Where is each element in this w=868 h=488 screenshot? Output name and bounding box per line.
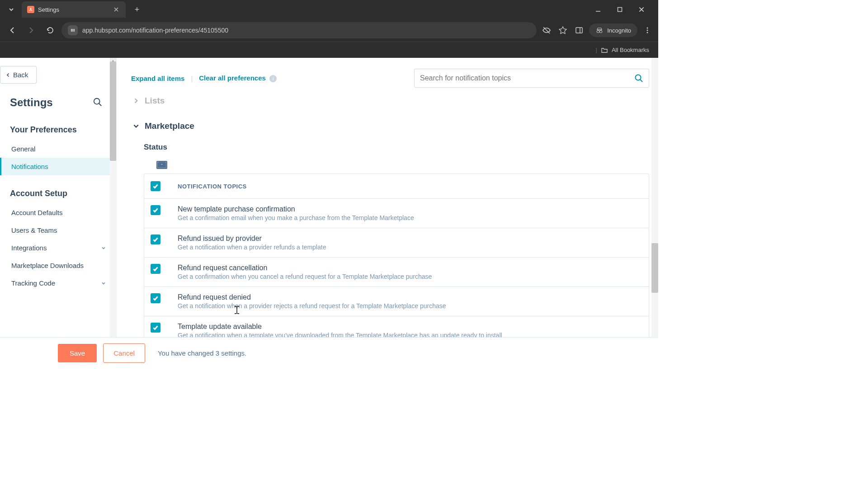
save-status-message: You have changed 3 settings.	[158, 349, 246, 357]
svg-point-12	[647, 32, 648, 33]
topic-checkbox[interactable]	[151, 235, 160, 244]
topic-title: New template purchase confirmation	[178, 205, 640, 213]
reload-button[interactable]	[42, 23, 58, 38]
tab-bar: Settings +	[0, 0, 658, 19]
svg-point-9	[599, 31, 602, 33]
topic-title: Refund issued by provider	[178, 235, 640, 243]
close-tab-icon[interactable]	[112, 5, 120, 14]
topic-desc: Get a confirmation email when you make a…	[178, 214, 640, 221]
svg-rect-2	[618, 8, 622, 12]
sidepanel-icon[interactable]	[573, 24, 585, 37]
nav-item-tracking-code[interactable]: Tracking Code	[0, 274, 116, 292]
tab-list-dropdown[interactable]	[4, 2, 19, 17]
info-icon[interactable]: i	[269, 75, 277, 82]
clear-all-link[interactable]: Clear all preferences	[199, 74, 266, 82]
topic-desc: Get a notification when a provider rejec…	[178, 302, 640, 310]
close-window-button[interactable]	[635, 3, 648, 16]
search-box[interactable]	[414, 69, 649, 88]
browser-menu-icon[interactable]	[641, 24, 654, 37]
svg-point-11	[647, 30, 648, 31]
nav-item-integrations[interactable]: Integrations	[0, 239, 116, 257]
sidebar-scroll-thumb[interactable]	[110, 61, 116, 161]
svg-rect-6	[576, 28, 582, 33]
topic-title: Refund request denied	[178, 293, 640, 301]
address-bar: app.hubspot.com/notification-preferences…	[0, 19, 658, 42]
svg-line-16	[640, 80, 642, 82]
incognito-eye-icon[interactable]	[540, 24, 553, 37]
all-bookmarks-link[interactable]: All Bookmarks	[612, 47, 649, 53]
incognito-label: Incognito	[607, 27, 631, 34]
email-channel-icon	[156, 161, 167, 169]
hubspot-favicon	[27, 6, 34, 13]
table-row: New template purchase confirmation Get a…	[144, 199, 649, 228]
app-viewport: Back Settings Your Preferences General N…	[0, 58, 658, 369]
separator: |	[191, 75, 193, 82]
chevron-down-icon	[101, 281, 106, 286]
chevron-down-icon	[133, 123, 139, 129]
nav-item-notifications[interactable]: Notifications	[0, 158, 116, 175]
window-controls	[591, 3, 655, 16]
notification-topics-table: NOTIFICATION TOPICS New template purchas…	[144, 174, 649, 346]
status-label: Status	[131, 135, 649, 156]
svg-line-14	[99, 103, 102, 106]
nav-item-general[interactable]: General	[0, 140, 116, 158]
tab-title: Settings	[38, 6, 108, 13]
chevron-right-icon	[133, 98, 139, 104]
topic-desc: Get a notification when a provider refun…	[178, 244, 640, 251]
minimize-button[interactable]	[591, 3, 605, 16]
maximize-button[interactable]	[613, 3, 627, 16]
sidebar-scrollbar[interactable]: ▲	[110, 58, 116, 369]
topics-header-label: NOTIFICATION TOPICS	[178, 183, 247, 190]
select-all-checkbox[interactable]	[151, 181, 160, 191]
site-info-icon[interactable]	[68, 25, 78, 35]
marketplace-title: Marketplace	[145, 121, 194, 131]
search-input[interactable]	[420, 74, 634, 82]
section-marketplace[interactable]: Marketplace	[131, 117, 649, 135]
save-bar: Save Cancel You have changed 3 settings.	[0, 337, 658, 369]
svg-point-0	[30, 8, 32, 9]
nav-item-users-teams[interactable]: Users & Teams	[0, 221, 116, 239]
browser-tab[interactable]: Settings	[22, 1, 126, 18]
new-tab-button[interactable]: +	[130, 3, 144, 16]
back-button[interactable]: Back	[0, 66, 37, 84]
url-field[interactable]: app.hubspot.com/notification-preferences…	[61, 22, 537, 38]
cancel-button[interactable]: Cancel	[103, 343, 145, 363]
account-setup-section-label: Account Setup	[0, 183, 116, 204]
topic-checkbox[interactable]	[151, 205, 160, 215]
topic-desc: Get a confirmation when you cancel a ref…	[178, 273, 640, 280]
main-content: Expand all items | Clear all preferences…	[117, 58, 658, 369]
folder-icon	[601, 47, 608, 54]
table-row: Refund issued by provider Get a notifica…	[144, 228, 649, 258]
lists-title: Lists	[145, 96, 165, 106]
topic-checkbox[interactable]	[151, 293, 160, 303]
topic-title: Refund request cancellation	[178, 264, 640, 272]
chevron-left-icon	[6, 73, 10, 77]
table-row: Refund request denied Get a notification…	[144, 287, 649, 316]
sidebar: Back Settings Your Preferences General N…	[0, 58, 117, 369]
topic-checkbox[interactable]	[151, 323, 160, 333]
search-icon[interactable]	[634, 74, 643, 83]
nav-item-account-defaults[interactable]: Account Defaults	[0, 204, 116, 221]
main-scrollbar[interactable]	[651, 58, 658, 369]
section-lists[interactable]: Lists	[131, 92, 649, 109]
save-button[interactable]: Save	[58, 344, 97, 362]
svg-rect-5	[74, 29, 75, 32]
main-scroll-thumb[interactable]	[651, 243, 658, 293]
preferences-section-label: Your Preferences	[0, 120, 116, 140]
bookmark-star-icon[interactable]	[557, 24, 569, 37]
page-title: Settings	[10, 96, 53, 109]
browser-chrome: Settings + app.hubspot.com/notification-…	[0, 0, 658, 58]
back-nav-button[interactable]	[5, 23, 20, 38]
incognito-icon	[595, 26, 604, 34]
svg-point-15	[636, 75, 641, 80]
topic-checkbox[interactable]	[151, 264, 160, 274]
sidebar-search-icon[interactable]	[93, 97, 104, 108]
nav-item-marketplace-downloads[interactable]: Marketplace Downloads	[0, 257, 116, 274]
incognito-chip[interactable]: Incognito	[589, 23, 637, 37]
expand-all-link[interactable]: Expand all items	[131, 75, 184, 82]
svg-rect-4	[72, 29, 73, 32]
svg-point-10	[647, 28, 648, 29]
svg-point-8	[597, 31, 599, 33]
table-row: Refund request cancellation Get a confir…	[144, 258, 649, 287]
forward-nav-button[interactable]	[24, 23, 39, 38]
